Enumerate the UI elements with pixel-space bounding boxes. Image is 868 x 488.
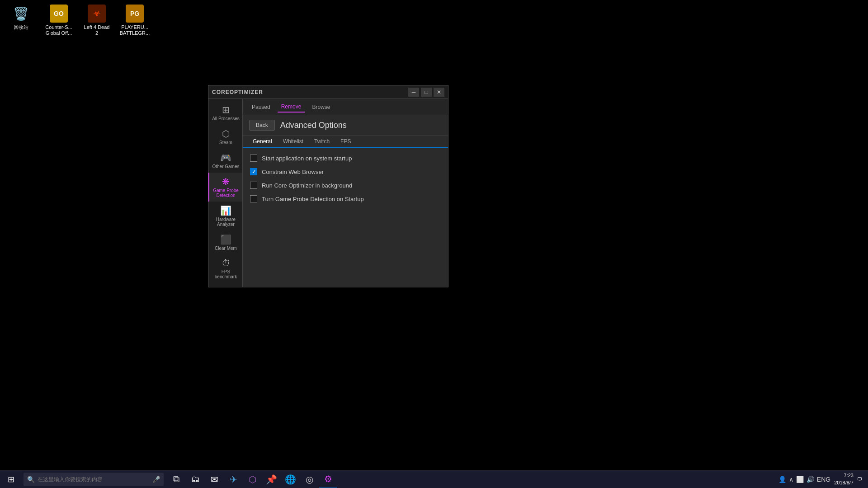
steam-icon: ⬡ xyxy=(222,128,230,139)
other-games-label: Other Games xyxy=(212,164,239,169)
pin-button[interactable]: 📌 xyxy=(262,470,280,488)
mic-icon: 🎤 xyxy=(152,476,160,483)
sidebar-item-hardware[interactable]: 📊 Hardware Analyzer xyxy=(208,202,242,230)
hardware-label: Hardware Analyzer xyxy=(211,217,241,227)
sidebar-item-clear-mem[interactable]: ⬛ Clear Mem xyxy=(208,230,242,254)
game-probe-startup-checkbox[interactable] xyxy=(250,195,257,202)
recycle-bin-image: 🗑️ xyxy=(12,5,30,23)
app-title: COREOPTIMIZER xyxy=(212,89,408,95)
advanced-header: Back Advanced Options xyxy=(243,115,448,136)
sub-tab-whitelist[interactable]: Whitelist xyxy=(278,136,309,148)
taskbar-right: 👤 ∧ ⬜ 🔊 ENG 7:23 2018/8/7 🗨 xyxy=(778,472,868,486)
option-run-background[interactable]: Run Core Optimizer in background xyxy=(250,182,441,189)
sidebar-item-other-games[interactable]: 🎮 Other Games xyxy=(208,149,242,173)
taskbar-search[interactable]: 🔍 🎤 xyxy=(24,473,164,486)
pubg-icon[interactable]: PG PLAYERU...BATTLEGR... xyxy=(118,5,151,36)
start-button[interactable]: ⊞ xyxy=(0,470,22,488)
run-background-label: Run Core Optimizer in background xyxy=(262,182,352,189)
minimize-button[interactable]: ─ xyxy=(408,88,419,97)
coreoptimizer-button[interactable]: ⚙ xyxy=(319,470,337,488)
clear-mem-icon: ⬛ xyxy=(220,234,231,245)
all-processes-icon: ⊞ xyxy=(222,104,230,115)
tab-paused[interactable]: Paused xyxy=(248,102,274,112)
taskbar: ⊞ 🔍 🎤 ⧉ 🗂 ✉ ✈ ⬡ 📌 🌐 ◎ ⚙ 👤 ∧ ⬜ 🔊 ENG xyxy=(0,470,868,488)
fps-label: FPS benchmark xyxy=(211,269,241,279)
advanced-title: Advanced Options xyxy=(280,121,347,130)
options-list: Start application on system startup Cons… xyxy=(243,148,448,287)
sub-tab-twitch[interactable]: Twitch xyxy=(309,136,335,148)
mail-button[interactable]: ✉ xyxy=(205,470,223,488)
taskbar-apps: ⧉ 🗂 ✉ ✈ ⬡ 📌 🌐 ◎ ⚙ xyxy=(167,470,337,488)
sub-tab-general[interactable]: General xyxy=(247,136,278,148)
desktop-icon-area: 🗑️ 回收站 GO Counter-S...Global Off... ☣ Le… xyxy=(5,5,151,36)
back-button[interactable]: Back xyxy=(249,120,275,131)
taskview-button[interactable]: ⧉ xyxy=(167,470,185,488)
sub-tab-fps[interactable]: FPS xyxy=(335,136,356,148)
app-window: COREOPTIMIZER ─ □ ✕ ⊞ All Processes ⬡ St… xyxy=(208,85,448,287)
display-icon: ⬜ xyxy=(796,476,804,483)
clock[interactable]: 7:23 2018/8/7 xyxy=(834,472,854,486)
startup-checkbox[interactable] xyxy=(250,155,257,162)
option-startup[interactable]: Start application on system startup xyxy=(250,155,441,162)
notification-icon[interactable]: 🗨 xyxy=(857,476,863,483)
fps-icon: ⏱ xyxy=(222,258,231,268)
game-probe-startup-label: Turn Game Probe Detection on Startup xyxy=(262,196,364,202)
sidebar-item-disk[interactable]: ⤢ Disk compression xyxy=(208,283,242,287)
titlebar-controls: ─ □ ✕ xyxy=(408,88,444,97)
sub-tabs: General Whitelist Twitch FPS xyxy=(243,136,448,148)
csgo-icon[interactable]: GO Counter-S...Global Off... xyxy=(42,5,75,36)
topbar: Paused Remove Browse xyxy=(243,99,448,115)
constrain-web-checkbox[interactable] xyxy=(250,168,257,175)
pubg-label: PLAYERU...BATTLEGR... xyxy=(120,24,150,36)
search-input[interactable] xyxy=(38,476,146,483)
sidebar-item-all-processes[interactable]: ⊞ All Processes xyxy=(208,101,242,125)
network-icon: 👤 xyxy=(778,476,786,483)
chrome-button[interactable]: 🌐 xyxy=(281,470,299,488)
circle-button[interactable]: ◎ xyxy=(300,470,318,488)
system-tray: 👤 ∧ ⬜ 🔊 ENG xyxy=(778,476,830,483)
hardware-icon: 📊 xyxy=(220,205,231,216)
search-icon: 🔍 xyxy=(27,476,35,483)
l4d-label: Left 4 Dead2 xyxy=(84,24,110,36)
other-games-icon: 🎮 xyxy=(220,152,231,163)
steam-label: Steam xyxy=(219,140,232,145)
time-display: 7:23 xyxy=(834,472,854,479)
close-button[interactable]: ✕ xyxy=(434,88,444,97)
clear-mem-label: Clear Mem xyxy=(215,246,237,251)
l4d-icon[interactable]: ☣ Left 4 Dead2 xyxy=(80,5,113,36)
option-constrain-web[interactable]: Constrain Web Browser xyxy=(250,168,441,175)
recycle-bin-icon[interactable]: 🗑️ 回收站 xyxy=(5,5,37,36)
window-body: ⊞ All Processes ⬡ Steam 🎮 Other Games ❋ … xyxy=(208,99,448,287)
game-probe-label: Game Probe Detection xyxy=(211,188,241,198)
advanced-panel: Back Advanced Options General Whitelist … xyxy=(243,115,448,287)
telegram-button[interactable]: ✈ xyxy=(224,470,242,488)
disk-icon: ⤢ xyxy=(222,286,230,287)
date-display: 2018/8/7 xyxy=(834,479,854,486)
volume-icon[interactable]: 🔊 xyxy=(807,476,814,483)
constrain-web-label: Constrain Web Browser xyxy=(262,169,324,175)
pubg-image: PG xyxy=(126,5,144,23)
sidebar-item-fps[interactable]: ⏱ FPS benchmark xyxy=(208,254,242,283)
run-background-checkbox[interactable] xyxy=(250,182,257,189)
vs-button[interactable]: ⬡ xyxy=(243,470,261,488)
csgo-image: GO xyxy=(50,5,68,23)
sidebar-item-steam[interactable]: ⬡ Steam xyxy=(208,125,242,149)
startup-label: Start application on system startup xyxy=(262,155,352,162)
titlebar: COREOPTIMIZER ─ □ ✕ xyxy=(208,85,448,99)
tab-remove[interactable]: Remove xyxy=(278,102,305,113)
sidebar-item-game-probe[interactable]: ❋ Game Probe Detection xyxy=(208,173,242,202)
desktop: 🗑️ 回收站 GO Counter-S...Global Off... ☣ Le… xyxy=(0,0,868,488)
language-label: ENG xyxy=(817,476,830,483)
main-content: Paused Remove Browse Back Advanced Optio… xyxy=(243,99,448,287)
maximize-button[interactable]: □ xyxy=(421,88,432,97)
recycle-bin-label: 回收站 xyxy=(14,24,28,30)
all-processes-label: All Processes xyxy=(212,116,240,121)
option-game-probe-startup[interactable]: Turn Game Probe Detection on Startup xyxy=(250,195,441,202)
explorer-button[interactable]: 🗂 xyxy=(186,470,204,488)
game-probe-icon: ❋ xyxy=(222,176,230,187)
tab-browse[interactable]: Browse xyxy=(308,102,334,112)
tray-expand-icon[interactable]: ∧ xyxy=(789,476,793,483)
csgo-label: Counter-S...Global Off... xyxy=(45,24,72,36)
sidebar: ⊞ All Processes ⬡ Steam 🎮 Other Games ❋ … xyxy=(208,99,243,287)
l4d-image: ☣ xyxy=(88,5,106,23)
